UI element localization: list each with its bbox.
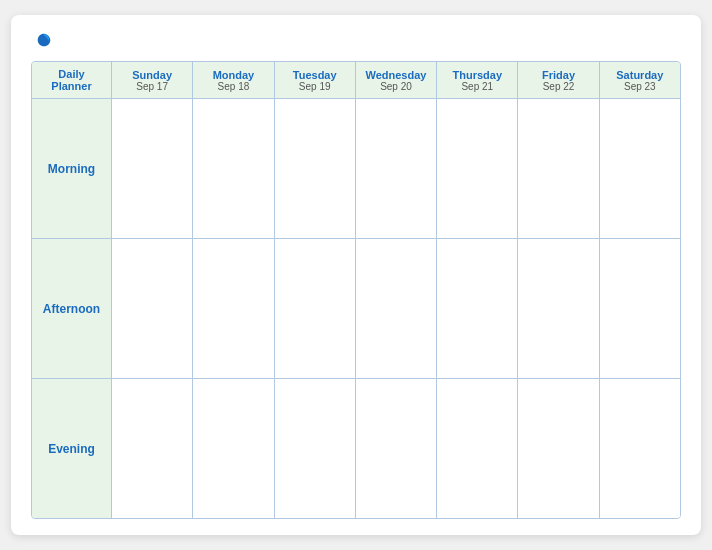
calendar-body: MorningAfternoonEvening xyxy=(32,99,680,518)
cell-evening-thursday[interactable] xyxy=(437,379,518,518)
cell-afternoon-monday[interactable] xyxy=(193,239,274,378)
cell-morning-thursday[interactable] xyxy=(437,99,518,238)
row-label-afternoon: Afternoon xyxy=(32,239,112,378)
calendar-row-afternoon: Afternoon xyxy=(32,239,680,379)
col-header-tuesday: TuesdaySep 19 xyxy=(275,62,356,98)
cell-evening-monday[interactable] xyxy=(193,379,274,518)
cell-evening-wednesday[interactable] xyxy=(356,379,437,518)
col-header-monday: MondaySep 18 xyxy=(193,62,274,98)
col-header-wednesday: WednesdaySep 20 xyxy=(356,62,437,98)
logo-area xyxy=(31,31,57,49)
cell-morning-monday[interactable] xyxy=(193,99,274,238)
cell-afternoon-thursday[interactable] xyxy=(437,239,518,378)
cell-evening-tuesday[interactable] xyxy=(275,379,356,518)
col-header-label: DailyPlanner xyxy=(32,62,112,98)
calendar-row-morning: Morning xyxy=(32,99,680,239)
cell-morning-sunday[interactable] xyxy=(112,99,193,238)
logo-bird-icon xyxy=(35,31,53,49)
cell-evening-friday[interactable] xyxy=(518,379,599,518)
cell-morning-tuesday[interactable] xyxy=(275,99,356,238)
cell-afternoon-saturday[interactable] xyxy=(600,239,680,378)
row-label-morning: Morning xyxy=(32,99,112,238)
row-label-evening: Evening xyxy=(32,379,112,518)
col-header-thursday: ThursdaySep 21 xyxy=(437,62,518,98)
col-header-sunday: SundaySep 17 xyxy=(112,62,193,98)
cell-afternoon-tuesday[interactable] xyxy=(275,239,356,378)
cell-afternoon-sunday[interactable] xyxy=(112,239,193,378)
cell-morning-saturday[interactable] xyxy=(600,99,680,238)
cell-evening-sunday[interactable] xyxy=(112,379,193,518)
calendar-row-evening: Evening xyxy=(32,379,680,518)
planner-page: DailyPlannerSundaySep 17MondaySep 18Tues… xyxy=(11,15,701,535)
header xyxy=(31,31,681,49)
cell-afternoon-friday[interactable] xyxy=(518,239,599,378)
col-header-friday: FridaySep 22 xyxy=(518,62,599,98)
cell-afternoon-wednesday[interactable] xyxy=(356,239,437,378)
col-header-saturday: SaturdaySep 23 xyxy=(600,62,680,98)
calendar-header-row: DailyPlannerSundaySep 17MondaySep 18Tues… xyxy=(32,62,680,99)
cell-morning-friday[interactable] xyxy=(518,99,599,238)
cell-morning-wednesday[interactable] xyxy=(356,99,437,238)
logo xyxy=(31,31,57,49)
cell-evening-saturday[interactable] xyxy=(600,379,680,518)
calendar-grid: DailyPlannerSundaySep 17MondaySep 18Tues… xyxy=(31,61,681,519)
